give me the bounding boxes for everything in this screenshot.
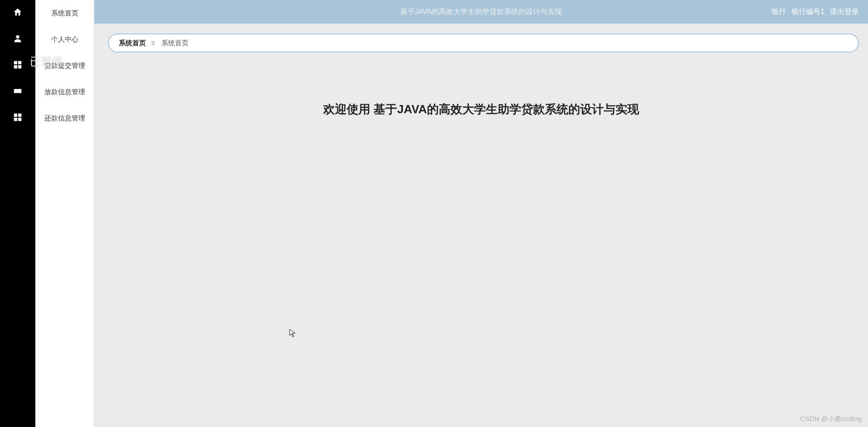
svg-rect-1 xyxy=(14,61,17,64)
sidebar-item-loan-submit[interactable]: 贷款提交管理 xyxy=(35,53,94,79)
welcome-prefix: 欢迎使用 xyxy=(323,102,373,116)
header-right: 银行 银行编号1 退出登录 xyxy=(771,7,868,17)
logout-button[interactable]: 退出登录 xyxy=(830,7,859,17)
sidebar-icon-home[interactable] xyxy=(0,0,35,26)
svg-rect-3 xyxy=(14,65,17,68)
svg-rect-8 xyxy=(14,118,17,121)
breadcrumb: 系统首页 系统首页 xyxy=(108,34,859,53)
sidebar-icon-disbursement[interactable] xyxy=(0,79,35,105)
grid-icon xyxy=(13,60,23,72)
icon-sidebar xyxy=(0,0,35,427)
svg-rect-7 xyxy=(18,114,21,117)
svg-rect-5 xyxy=(14,89,22,93)
svg-rect-2 xyxy=(18,61,21,64)
home-icon xyxy=(13,7,23,19)
svg-rect-6 xyxy=(14,114,17,117)
sidebar-icon-profile[interactable] xyxy=(0,26,35,53)
top-header: 基于JAVA的高效大学生助学贷款系统的设计与实现 银行 银行编号1 退出登录 xyxy=(94,0,868,24)
svg-rect-9 xyxy=(18,118,21,121)
main-content: 欢迎使用 基于JAVA的高效大学生助学贷款系统的设计与实现 xyxy=(94,24,868,427)
svg-point-0 xyxy=(16,35,19,38)
sidebar-item-disbursement[interactable]: 放款信息管理 xyxy=(35,79,94,105)
grid-icon xyxy=(13,112,23,124)
sidebar-item-label: 还款信息管理 xyxy=(44,114,85,123)
ticket-icon xyxy=(13,86,23,98)
welcome-title: 基于JAVA的高效大学生助学贷款系统的设计与实现 xyxy=(373,102,639,116)
user-role-label[interactable]: 银行 xyxy=(771,7,786,17)
person-icon xyxy=(13,34,23,45)
sidebar-item-label: 系统首页 xyxy=(51,9,78,18)
user-id-label[interactable]: 银行编号1 xyxy=(791,7,824,17)
welcome-heading: 欢迎使用 基于JAVA的高效大学生助学贷款系统的设计与实现 xyxy=(323,101,639,117)
breadcrumb-separator-icon xyxy=(150,40,157,46)
svg-rect-4 xyxy=(18,65,21,68)
sidebar-item-repayment[interactable]: 还款信息管理 xyxy=(35,105,94,131)
sidebar-item-profile[interactable]: 个人中心 xyxy=(35,26,94,53)
sidebar-icon-repayment[interactable] xyxy=(0,105,35,131)
sidebar-item-label: 贷款提交管理 xyxy=(44,62,85,70)
sidebar-item-label: 放款信息管理 xyxy=(44,88,85,96)
text-sidebar: 系统首页 个人中心 贷款提交管理 放款信息管理 还款信息管理 xyxy=(35,0,94,427)
sidebar-icon-loan-submit[interactable] xyxy=(0,53,35,79)
page-title: 基于JAVA的高效大学生助学贷款系统的设计与实现 xyxy=(400,7,563,17)
breadcrumb-root[interactable]: 系统首页 xyxy=(119,39,146,48)
breadcrumb-current[interactable]: 系统首页 xyxy=(161,39,189,48)
sidebar-item-label: 个人中心 xyxy=(51,35,78,44)
sidebar-item-home[interactable]: 系统首页 xyxy=(35,0,94,26)
